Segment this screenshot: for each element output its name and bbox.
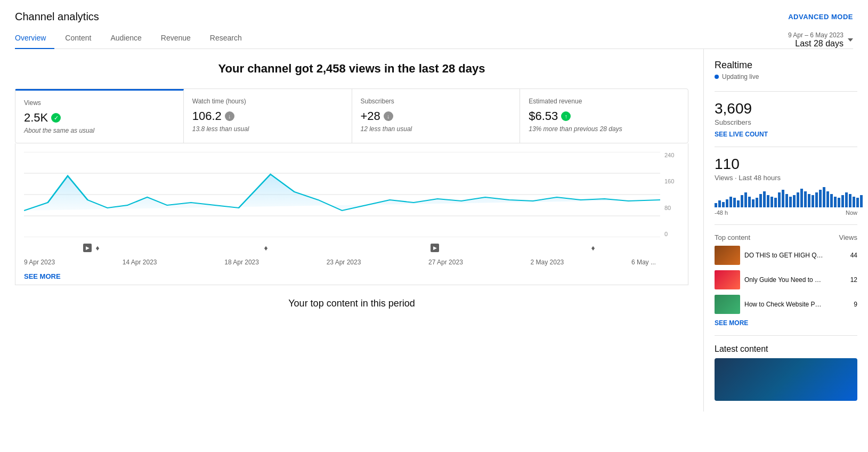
mini-bar (718, 200, 721, 207)
see-more-link[interactable]: SEE MORE (24, 272, 679, 280)
video-icon-2: ▶ (431, 244, 439, 252)
tab-overview[interactable]: Overview (15, 27, 54, 49)
mini-bar (834, 197, 837, 207)
mini-bar (860, 195, 863, 207)
mini-bar (853, 197, 855, 207)
stat-card-subscribers[interactable]: Subscribers +28 ↓ 12 less than usual (352, 89, 521, 143)
stat-comparison-watchtime: 13.8 less than usual (192, 125, 343, 133)
content-views-3: 9 (854, 301, 857, 308)
top-content-title: Your top content in this period (15, 285, 688, 313)
views-column-label: Views (839, 233, 857, 241)
stat-card-revenue[interactable]: Estimated revenue $6.53 ↑ 13% more than … (520, 89, 688, 143)
mini-bar (722, 202, 725, 207)
content-title-3: How to Check Website Positio... (744, 301, 824, 308)
stat-value-watchtime: 106.2 (192, 109, 222, 123)
mini-bar (763, 191, 766, 207)
mini-bar (752, 199, 755, 207)
realtime-subscribers-label: Subscribers (715, 118, 857, 126)
mini-bar (800, 189, 803, 207)
mini-bar (789, 197, 792, 207)
x-label-4: 27 Apr 2023 (428, 259, 463, 266)
short-icon-1: ♦ (94, 244, 101, 252)
y-label-160: 160 (664, 178, 679, 184)
divider-4 (715, 335, 857, 336)
mini-bar (733, 198, 736, 207)
mini-bar (793, 195, 796, 207)
content-item-1[interactable]: DO THIS to GET HIGH QUALI... 44 (715, 246, 857, 265)
stat-icon-views: ✓ (51, 113, 61, 123)
stat-comparison-views: About the same as usual (24, 127, 175, 134)
see-live-count-link[interactable]: SEE LIVE COUNT (715, 131, 857, 138)
stat-icon-subscribers: ↓ (384, 111, 393, 121)
live-dot (715, 75, 719, 79)
stat-card-watchtime[interactable]: Watch time (hours) 106.2 ↓ 13.8 less tha… (184, 89, 352, 143)
x-label-5: 2 May 2023 (531, 259, 564, 266)
updating-live-label: Updating live (722, 73, 759, 80)
mini-bar (815, 192, 818, 207)
y-label-240: 240 (664, 152, 679, 158)
time-label-end: Now (846, 209, 857, 216)
date-range-label: Last 28 days (788, 39, 843, 49)
tab-revenue[interactable]: Revenue (152, 27, 199, 49)
tab-research[interactable]: Research (201, 27, 250, 49)
top-content-label: Top content (715, 233, 750, 241)
realtime-views-label: Views · Last 48 hours (715, 174, 857, 182)
mini-bar (808, 194, 810, 207)
mini-bar (849, 194, 851, 207)
mini-bar (785, 194, 788, 207)
divider-3 (715, 224, 857, 225)
y-label-0: 0 (664, 231, 679, 237)
content-item-3[interactable]: How to Check Website Positio... 9 (715, 295, 857, 314)
stat-value-revenue: $6.53 (529, 109, 558, 123)
divider-2 (715, 147, 857, 147)
stat-label-views: Views (24, 99, 175, 107)
stat-icon-revenue: ↑ (561, 111, 571, 121)
realtime-section: Realtime Updating live (715, 60, 857, 80)
content-item-2[interactable]: Only Guide You Need to Star... 12 (715, 270, 857, 289)
date-range-selector[interactable]: 9 Apr – 6 May 2023 Last 28 days (788, 31, 853, 49)
mini-bar (841, 195, 844, 207)
mini-bar (838, 198, 840, 207)
x-label-2: 18 Apr 2023 (224, 259, 259, 266)
stat-value-views: 2.5K (24, 111, 48, 125)
mini-bar (715, 203, 717, 207)
mini-bar-chart (715, 186, 857, 207)
x-label-3: 23 Apr 2023 (327, 259, 361, 266)
chevron-down-icon (848, 38, 853, 42)
stats-cards: Views 2.5K ✓ About the same as usual Wat… (15, 88, 688, 143)
advanced-mode-button[interactable]: ADVANCED MODE (788, 13, 853, 21)
content-title-2: Only Guide You Need to Star... (744, 276, 824, 284)
mini-bar (812, 195, 814, 207)
see-more-right-link[interactable]: SEE MORE (715, 319, 857, 327)
content-thumb-1 (715, 246, 740, 265)
mini-bar (856, 198, 859, 207)
realtime-subscribers-value: 3,609 (715, 100, 857, 117)
stat-icon-watchtime: ↓ (225, 111, 234, 121)
content-views-1: 44 (850, 252, 857, 259)
content-thumb-2 (715, 270, 740, 289)
mini-bar (744, 192, 747, 207)
mini-bar (782, 190, 784, 207)
latest-content-title: Latest content (715, 344, 857, 354)
mini-bar (774, 198, 777, 207)
tab-audience[interactable]: Audience (102, 27, 150, 49)
stat-comparison-revenue: 13% more than previous 28 days (529, 125, 679, 133)
mini-bar (830, 194, 833, 207)
content-thumb-3 (715, 295, 740, 314)
chart-area: 240 160 80 0 ▶ ♦ ♦ ▶ ♦ (15, 143, 688, 285)
chart-svg (24, 152, 660, 237)
video-icon-1: ▶ (83, 244, 92, 252)
page-title: Channel analytics (15, 11, 99, 23)
mini-bar (770, 197, 773, 207)
content-title-1: DO THIS to GET HIGH QUALI... (744, 252, 824, 259)
stat-card-views[interactable]: Views 2.5K ✓ About the same as usual (15, 89, 184, 143)
content-views-2: 12 (850, 276, 857, 284)
stat-label-revenue: Estimated revenue (529, 98, 679, 105)
short-icon-2: ♦ (262, 244, 270, 252)
mini-bar (823, 187, 825, 207)
mini-bar (845, 192, 848, 207)
latest-content-thumb (715, 358, 857, 401)
mini-bar (748, 197, 751, 207)
tab-content[interactable]: Content (56, 27, 100, 49)
headline: Your channel got 2,458 views in the last… (15, 62, 688, 76)
